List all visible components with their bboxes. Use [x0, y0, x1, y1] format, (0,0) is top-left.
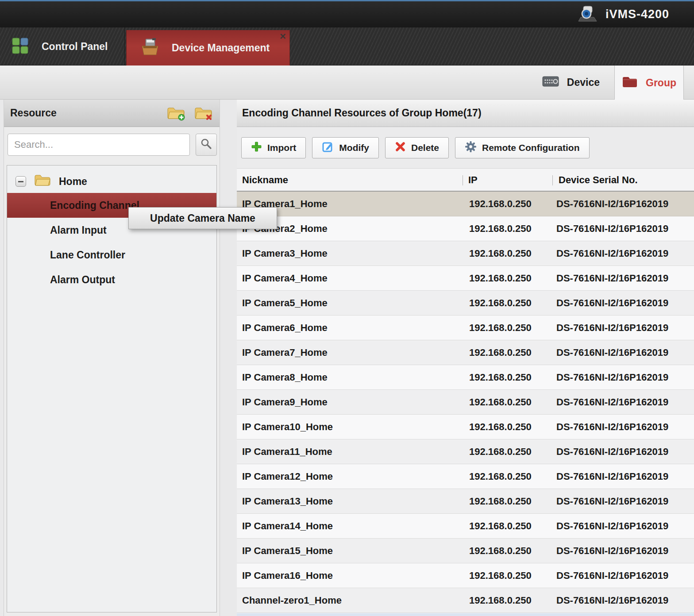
- tree-item-encoding-channel-label: Encoding Channel: [50, 200, 139, 212]
- menu-item-update-camera-name[interactable]: Update Camera Name: [150, 212, 255, 224]
- cell-ip: 192.168.0.250: [469, 266, 532, 290]
- table-row[interactable]: IP Camera9_Home 192.168.0.250 DS-7616NI-…: [237, 390, 694, 415]
- resource-panel: Resource: [4, 100, 220, 616]
- cell-ip: 192.168.0.250: [469, 514, 532, 538]
- add-group-button[interactable]: [166, 105, 186, 121]
- group-tab-icon: [622, 75, 638, 90]
- resource-tree: Home Encoding Channel Alarm Input Lane C…: [7, 165, 217, 612]
- column-header-nickname[interactable]: Nickname: [242, 169, 288, 191]
- tab-device-management-label: Device Management: [172, 42, 270, 54]
- table-row[interactable]: IP Camera3_Home 192.168.0.250 DS-7616NI-…: [237, 241, 694, 266]
- content-header: Encoding Channel Resources of Group Home…: [237, 100, 694, 127]
- cell-nickname: IP Camera5_Home: [242, 291, 328, 315]
- cell-ip: 192.168.0.250: [469, 588, 532, 612]
- cell-nickname: IP Camera12_Home: [242, 464, 333, 489]
- cell-serial: DS-7616NI-I2/16P162019: [556, 588, 694, 612]
- cell-nickname: IP Camera10_Home: [242, 415, 333, 439]
- tab-control-panel[interactable]: Control Panel: [0, 27, 125, 65]
- table-body: IP Camera1_Home 192.168.0.250 DS-7616NI-…: [237, 192, 694, 613]
- cell-serial: DS-7616NI-I2/16P162019: [556, 340, 694, 365]
- cell-serial: DS-7616NI-I2/16P162019: [556, 489, 694, 513]
- cell-serial: DS-7616NI-I2/16P162019: [556, 241, 694, 266]
- tree-item-alarm-output[interactable]: Alarm Output: [7, 267, 216, 292]
- cell-ip: 192.168.0.250: [469, 291, 532, 315]
- cell-ip: 192.168.0.250: [469, 390, 532, 414]
- home-folder-icon: [34, 174, 51, 189]
- table-row[interactable]: IP Camera4_Home 192.168.0.250 DS-7616NI-…: [237, 266, 694, 291]
- modify-button-label: Modify: [339, 142, 369, 153]
- column-separator: [463, 175, 463, 185]
- remote-configuration-button[interactable]: Remote Configuration: [455, 137, 590, 158]
- cell-ip: 192.168.0.250: [469, 316, 532, 340]
- cell-serial: DS-7616NI-I2/16P162019: [556, 514, 694, 538]
- table-row[interactable]: IP Camera15_Home 192.168.0.250 DS-7616NI…: [237, 539, 694, 563]
- modify-pen-icon: [322, 141, 334, 155]
- tab-group[interactable]: Group: [614, 65, 684, 100]
- partial-row-strip: [237, 613, 694, 616]
- table-row[interactable]: IP Camera12_Home 192.168.0.250 DS-7616NI…: [237, 464, 694, 489]
- content-panel: Encoding Channel Resources of Group Home…: [237, 100, 694, 616]
- cell-nickname: IP Camera11_Home: [242, 439, 332, 464]
- app-title: iVMS-4200: [605, 8, 669, 21]
- table-row[interactable]: IP Camera14_Home 192.168.0.250 DS-7616NI…: [237, 514, 694, 539]
- context-menu: Update Camera Name: [128, 207, 277, 229]
- tab-control-panel-label: Control Panel: [42, 41, 108, 53]
- search-input[interactable]: [8, 134, 190, 156]
- gear-icon: [465, 141, 477, 155]
- cell-serial: DS-7616NI-I2/16P162019: [556, 266, 694, 290]
- tab-device[interactable]: Device: [528, 65, 614, 100]
- delete-x-icon: [395, 141, 406, 154]
- cell-nickname: IP Camera15_Home: [242, 539, 333, 563]
- search-icon: [200, 138, 212, 151]
- tree-item-lane-controller-label: Lane Controller: [50, 249, 125, 261]
- cell-serial: DS-7616NI-I2/16P162019: [556, 563, 694, 588]
- tab-device-label: Device: [567, 77, 600, 89]
- ivms-window: iVMS-4200 Control Panel: [0, 0, 694, 616]
- table-row[interactable]: IP Camera8_Home 192.168.0.250 DS-7616NI-…: [237, 365, 694, 390]
- cell-nickname: IP Camera16_Home: [242, 563, 333, 588]
- cell-nickname: IP Camera8_Home: [242, 365, 328, 389]
- table-row[interactable]: IP Camera13_Home 192.168.0.250 DS-7616NI…: [237, 489, 694, 514]
- cell-nickname: IP Camera3_Home: [242, 241, 328, 266]
- search-button[interactable]: [196, 134, 217, 156]
- cell-ip: 192.168.0.250: [469, 539, 532, 563]
- delete-button[interactable]: Delete: [385, 137, 449, 158]
- cell-ip: 192.168.0.250: [469, 464, 532, 489]
- table-header: Nickname IP Device Serial No.: [237, 168, 694, 192]
- table-row[interactable]: IP Camera11_Home 192.168.0.250 DS-7616NI…: [237, 439, 694, 464]
- tree-item-home-label: Home: [59, 176, 87, 188]
- table-row[interactable]: IP Camera2_Home 192.168.0.250 DS-7616NI-…: [237, 216, 694, 241]
- column-header-ip[interactable]: IP: [468, 169, 478, 191]
- cell-nickname: IP Camera4_Home: [242, 266, 328, 290]
- cell-nickname: IP Camera13_Home: [242, 489, 333, 513]
- tab-close-icon[interactable]: ×: [280, 31, 286, 42]
- cell-nickname: IP Camera14_Home: [242, 514, 333, 538]
- tab-device-management[interactable]: Device Management ×: [126, 30, 290, 65]
- cell-serial: DS-7616NI-I2/16P162019: [556, 291, 694, 315]
- delete-group-button[interactable]: [194, 105, 213, 121]
- collapse-toggle-icon[interactable]: [15, 176, 26, 187]
- cell-nickname: Channel-zero1_Home: [242, 588, 342, 612]
- subbar-spacer: [684, 65, 694, 99]
- resource-panel-header: Resource: [4, 100, 220, 127]
- tree-item-lane-controller[interactable]: Lane Controller: [7, 243, 216, 267]
- import-button-label: Import: [267, 142, 296, 153]
- column-header-serial[interactable]: Device Serial No.: [559, 169, 638, 191]
- device-tab-icon: [542, 75, 559, 90]
- cell-ip: 192.168.0.250: [469, 563, 532, 588]
- delete-button-label: Delete: [411, 142, 439, 153]
- view-tab-bar: Device Group: [0, 65, 694, 100]
- tree-item-home[interactable]: Home: [7, 169, 216, 194]
- modify-button[interactable]: Modify: [312, 137, 379, 158]
- table-row[interactable]: IP Camera5_Home 192.168.0.250 DS-7616NI-…: [237, 291, 694, 316]
- table-row[interactable]: IP Camera1_Home 192.168.0.250 DS-7616NI-…: [237, 192, 694, 216]
- table-row[interactable]: IP Camera10_Home 192.168.0.250 DS-7616NI…: [237, 415, 694, 439]
- table-row[interactable]: IP Camera16_Home 192.168.0.250 DS-7616NI…: [237, 563, 694, 588]
- table-row[interactable]: IP Camera7_Home 192.168.0.250 DS-7616NI-…: [237, 340, 694, 365]
- import-button[interactable]: Import: [241, 137, 306, 158]
- tree-item-alarm-output-label: Alarm Output: [50, 274, 115, 286]
- resource-panel-title: Resource: [10, 107, 158, 119]
- table-row[interactable]: Channel-zero1_Home 192.168.0.250 DS-7616…: [237, 588, 694, 613]
- table-row[interactable]: IP Camera6_Home 192.168.0.250 DS-7616NI-…: [237, 316, 694, 340]
- cell-serial: DS-7616NI-I2/16P162019: [556, 390, 694, 414]
